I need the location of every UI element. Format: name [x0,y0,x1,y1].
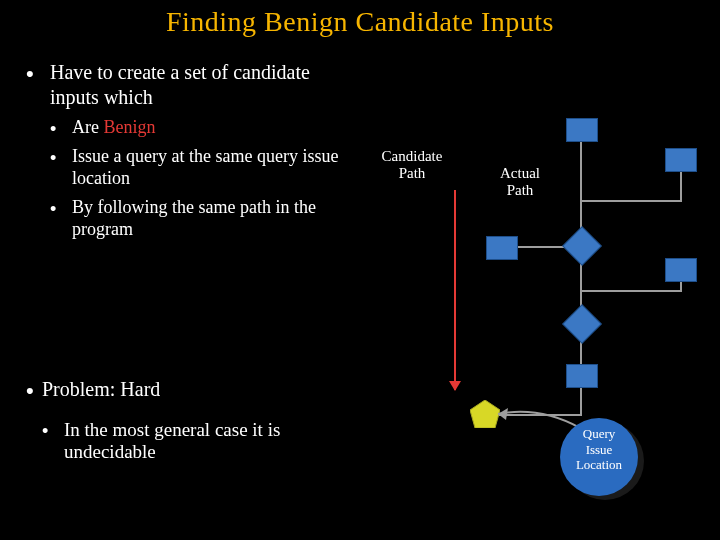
flow-node-decision [562,226,602,266]
bullet-icon: • [26,60,34,88]
sub-bullet-a: Are Benign [72,116,356,139]
slide-title: Finding Benign Candidate Inputs [0,6,720,38]
label-candidate-path: CandidatePath [372,148,452,183]
bullet-icon: • [50,198,56,221]
bullet-icon: • [26,378,34,404]
highlight-benign: Benign [103,117,155,137]
problem-text: Problem: Hard [42,378,356,401]
flow-node-decision [562,304,602,344]
sub-bullet-b: Issue a query at the same query issue lo… [72,145,356,190]
flow-node-box [665,148,697,172]
label-actual-path: ActualPath [490,165,550,200]
candidate-path-arrow [454,190,456,390]
flow-line [580,290,680,292]
flow-node-box [566,364,598,388]
flow-node-box [665,258,697,282]
flow-node-box [566,118,598,142]
query-issue-location: QueryIssueLocation [560,418,638,496]
bullet-icon: • [50,147,56,170]
text-column: • Have to create a set of candidate inpu… [26,60,356,241]
main-bullet-text: Have to create a set of candidate inputs… [50,60,356,110]
sub-bullet-c: By following the same path in the progra… [72,196,356,241]
flow-line [680,170,682,202]
flow-line [580,200,680,202]
bullet-icon: • [42,421,48,442]
problem-sub-text: In the most general case it is undecidab… [64,419,356,463]
problem-section: • Problem: Hard • In the most general ca… [26,378,356,463]
flow-node-box [486,236,518,260]
svg-marker-1 [498,408,508,420]
bullet-icon: • [50,118,56,141]
